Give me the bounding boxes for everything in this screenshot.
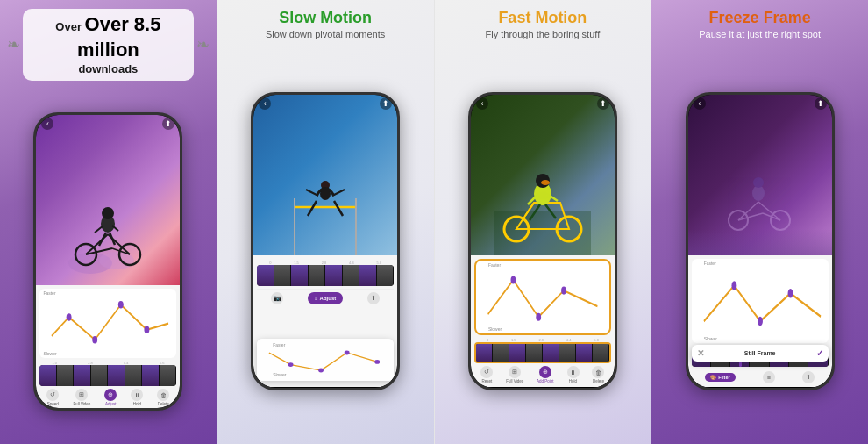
- phone-top-icons-1: ‹ ⬆: [41, 118, 174, 130]
- motocross-rider: [494, 159, 591, 255]
- panel-1-content: ‹ ⬆: [7, 86, 210, 437]
- panel-3-content: ‹ ⬆: [442, 45, 644, 437]
- panel-4-content: ‹ ⬆: [658, 45, 861, 437]
- back-button-4[interactable]: ‹: [694, 97, 706, 110]
- toolbar-3-delete[interactable]: 🗑 Delete: [592, 366, 604, 383]
- phone-screen-2: ‹ ⬆: [253, 95, 397, 388]
- toolbar-2-export[interactable]: ⬆: [367, 292, 380, 304]
- panel-fast-motion: Fast Motion Fly through the boring stuff…: [435, 0, 651, 444]
- fast-motion-subtitle: Fly through the boring stuff: [486, 29, 601, 39]
- faster-label-2: Faster: [273, 342, 285, 347]
- svg-line-13: [110, 233, 115, 245]
- downloads-badge: ❧ Over Over 8.5 million downloads ❧: [7, 9, 210, 81]
- toolbar-1: ↺ Speed ⊞ Full Video ⊕ Adjust ⏸: [39, 389, 176, 406]
- still-frame-confirm[interactable]: ✓: [816, 348, 823, 358]
- slower-label-3: Slower: [488, 326, 502, 332]
- back-button-3[interactable]: ‹: [476, 97, 488, 110]
- video-area-1: ‹ ⬆: [36, 115, 180, 285]
- phone-screen-1: ‹ ⬆: [36, 115, 180, 408]
- video-area-3: ‹ ⬆: [471, 95, 615, 256]
- toolbar-3-addpoint[interactable]: ⊕ Add Point: [537, 366, 554, 383]
- svg-point-45: [536, 313, 541, 321]
- freeze-frame-subtitle: Pause it at just the right spot: [699, 29, 821, 39]
- speed-popup-inner-2: Faster Slower: [260, 342, 390, 377]
- filter-button[interactable]: 🎨 Filter: [705, 373, 735, 382]
- svg-line-10: [95, 226, 103, 233]
- svg-point-56: [758, 317, 763, 326]
- phone-2-toolbar: 📷 ≡ Adjust ⬆: [257, 289, 394, 307]
- still-frame-popup: ✕ Still Frame ✓: [692, 345, 829, 362]
- phone-2-bottom: Faster Slower 01.52.84.4: [253, 255, 397, 387]
- share-button-4[interactable]: ⬆: [815, 97, 827, 110]
- timeline-2: [257, 265, 394, 286]
- video-area-2: ‹ ⬆: [253, 95, 397, 256]
- adjust-button-2[interactable]: ≡ Adjust: [308, 292, 343, 304]
- svg-point-29: [345, 350, 350, 354]
- svg-point-9: [102, 207, 114, 219]
- phone-mockup-3: ‹ ⬆: [468, 92, 617, 390]
- phone-4-bottom: Faster Slower 01.53.04.05.1: [688, 255, 832, 387]
- toolbar-fullvideo[interactable]: ⊞ Full Video: [73, 389, 90, 406]
- phone-4-toolbar: 🎨 Filter ≡ ⬆: [692, 369, 829, 383]
- still-frame-cancel[interactable]: ✕: [697, 348, 704, 358]
- svg-point-57: [787, 289, 793, 298]
- phone-bottom-ui-1: Faster Slower 1.02.84.45.6: [36, 285, 180, 408]
- video-area-4: ‹ ⬆: [688, 95, 832, 256]
- share-button-3[interactable]: ⬆: [597, 97, 609, 110]
- faster-label-4: Faster: [704, 261, 716, 266]
- panel-4-header: Freeze Frame Pause it at just the right …: [699, 9, 821, 39]
- panel-downloads: ❧ Over Over 8.5 million downloads ❧ ‹ ⬆: [0, 0, 217, 444]
- share-button-2[interactable]: ⬆: [380, 97, 392, 110]
- phone-top-icons-4: ‹ ⬆: [694, 97, 827, 110]
- svg-point-38: [541, 180, 550, 185]
- phone-mockup-1: ‹ ⬆: [33, 112, 182, 411]
- svg-point-16: [118, 301, 124, 309]
- svg-line-23: [308, 201, 317, 216]
- slower-label-2: Slower: [273, 372, 286, 377]
- slow-motion-subtitle: Slow down pivotal moments: [266, 29, 385, 39]
- badge-text: Over Over 8.5 million downloads: [23, 9, 194, 81]
- svg-point-28: [318, 368, 324, 372]
- back-button-2[interactable]: ‹: [259, 97, 271, 110]
- speed-graph-4: Faster Slower: [692, 259, 829, 343]
- phone-3-bottom: Faster Slower 01.52.94.45.8: [471, 255, 615, 387]
- faster-label-3: Faster: [488, 262, 501, 268]
- toolbar-3: ↺ Reset ⊞ Full Video ⊕ Add Point ⏸: [474, 366, 611, 383]
- freeze-frame-title: Freeze Frame: [699, 9, 821, 27]
- panel-slow-motion: Slow Motion Slow down pivotal moments ‹ …: [217, 0, 434, 444]
- toolbar-adjust[interactable]: ⊕ Adjust: [104, 389, 117, 406]
- toolbar-3-reset[interactable]: ↺ Reset: [480, 366, 493, 383]
- svg-line-24: [334, 201, 343, 216]
- panel-3-header: Fast Motion Fly through the boring stuff: [486, 9, 601, 39]
- svg-point-54: [753, 177, 764, 188]
- share-button-1[interactable]: ⬆: [162, 118, 174, 130]
- phone-screen-3: ‹ ⬆: [471, 95, 615, 388]
- speed-graph-1: Faster Slower: [39, 289, 176, 358]
- high-jumper: [290, 168, 360, 255]
- phone-mockup-2: ‹ ⬆: [251, 92, 400, 390]
- svg-point-17: [145, 326, 150, 333]
- toolbar-delete[interactable]: 🗑 Delete: [157, 389, 169, 406]
- slower-label-4: Slower: [704, 336, 717, 341]
- panel-freeze-frame: Freeze Frame Pause it at just the right …: [651, 0, 868, 444]
- svg-line-12: [99, 233, 106, 246]
- back-button-1[interactable]: ‹: [41, 118, 53, 130]
- toolbar-4-export[interactable]: ⬆: [802, 371, 815, 383]
- toolbar-2-reset[interactable]: 📷: [271, 292, 283, 304]
- toolbar-hold[interactable]: ⏸ Hold: [131, 389, 143, 406]
- svg-point-43: [536, 191, 550, 200]
- laurel-right: ❧: [196, 35, 210, 54]
- svg-point-44: [510, 276, 516, 284]
- toolbar-4-menu[interactable]: ≡: [763, 371, 775, 383]
- toolbar-3-hold[interactable]: ⏸ Hold: [567, 366, 580, 383]
- fog-effect: [688, 229, 832, 255]
- phone-top-icons-3: ‹ ⬆: [476, 97, 609, 110]
- phone-top-icons-2: ‹ ⬆: [259, 97, 392, 110]
- toolbar-3-fullvideo[interactable]: ⊞ Full Video: [506, 366, 523, 383]
- svg-point-27: [288, 362, 294, 367]
- speed-popup-3-outlined: Faster Slower: [474, 259, 611, 335]
- svg-point-46: [561, 287, 566, 295]
- toolbar-speed[interactable]: ↺ Speed: [46, 389, 59, 406]
- phone-screen-4: ‹ ⬆: [688, 95, 832, 388]
- svg-point-15: [93, 336, 98, 344]
